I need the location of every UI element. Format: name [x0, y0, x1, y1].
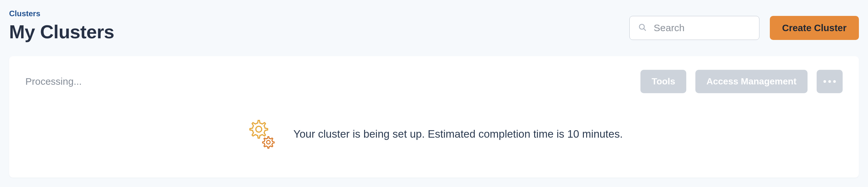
gears-icon	[245, 118, 278, 150]
page-title: My Clusters	[9, 21, 114, 42]
status-message-row: Your cluster is being set up. Estimated …	[25, 118, 843, 150]
search-icon	[638, 23, 647, 33]
title-block: Clusters My Clusters	[9, 9, 114, 42]
create-cluster-button[interactable]: Create Cluster	[770, 16, 859, 40]
tools-button[interactable]: Tools	[641, 70, 686, 93]
status-message: Your cluster is being set up. Estimated …	[293, 128, 623, 140]
breadcrumb[interactable]: Clusters	[9, 9, 114, 18]
card-header: Processing... Tools Access Management	[25, 70, 843, 93]
svg-point-2	[256, 126, 262, 132]
more-button[interactable]	[817, 70, 843, 93]
cluster-card: Processing... Tools Access Management	[9, 56, 859, 178]
card-actions: Tools Access Management	[641, 70, 843, 93]
search-box[interactable]	[629, 16, 760, 40]
ellipsis-icon	[824, 80, 836, 83]
cluster-status: Processing...	[25, 76, 82, 87]
page-header: Clusters My Clusters Create Cluster	[9, 9, 859, 42]
header-actions: Create Cluster	[629, 16, 859, 42]
search-input[interactable]	[654, 23, 751, 33]
svg-point-3	[267, 141, 270, 144]
access-management-button[interactable]: Access Management	[695, 70, 808, 93]
svg-line-1	[644, 29, 646, 31]
